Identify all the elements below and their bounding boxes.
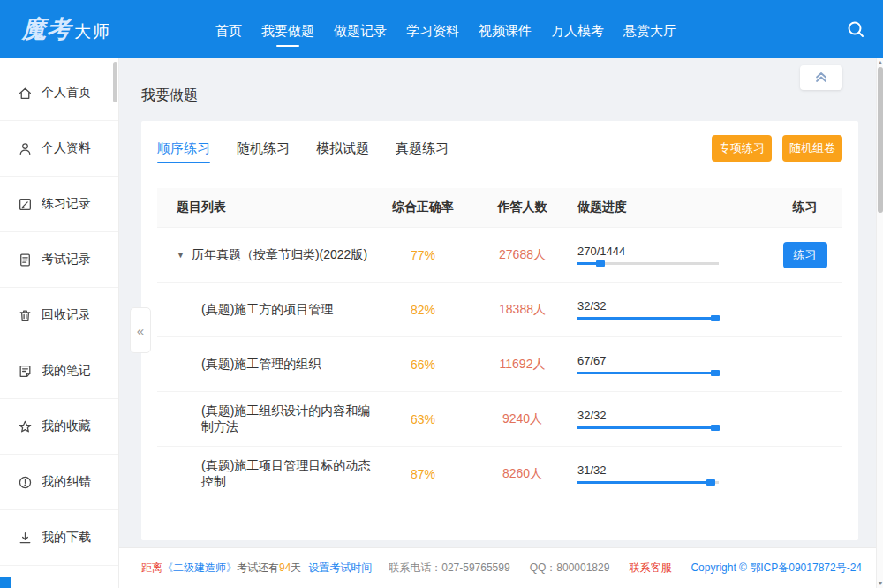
row-progress: 31/32 bbox=[577, 464, 767, 484]
sidebar-item-my-notes[interactable]: 我的笔记 bbox=[0, 343, 118, 399]
exam-name-link[interactable]: 《二级建造师》 bbox=[162, 562, 237, 574]
scroll-to-top-button[interactable] bbox=[800, 65, 842, 90]
question-table: 题目列表 综合正确率 作答人数 做题进度 练习 ▼ 历年真题（按章节归类)(20… bbox=[157, 188, 842, 540]
progress-bar bbox=[577, 372, 719, 374]
sidebar-item-label: 个人首页 bbox=[42, 85, 91, 101]
sidebar-item-exam-records[interactable]: 考试记录 bbox=[0, 232, 118, 288]
nav-item-do-questions[interactable]: 我要做题 bbox=[260, 3, 316, 57]
column-header-people: 作答人数 bbox=[467, 200, 577, 215]
table-row: (真题)施工管理的组织 66% 11692人 67/67 bbox=[157, 336, 842, 391]
sidebar-item-label: 我的纠错 bbox=[42, 474, 91, 490]
row-title: (真题)施工管理的组织 bbox=[201, 357, 321, 373]
trash-icon bbox=[18, 308, 33, 323]
sidebar-item-personal-profile[interactable]: 个人资料 bbox=[0, 121, 118, 177]
progress-bar bbox=[577, 317, 719, 320]
row-title: 历年真题（按章节归类)(2022版) bbox=[192, 247, 367, 263]
progress-bar bbox=[577, 262, 719, 265]
sidebar-item-my-downloads[interactable]: 我的下载 bbox=[0, 510, 118, 566]
home-icon bbox=[18, 86, 33, 101]
tab-real-exam-practice[interactable]: 真题练习 bbox=[396, 123, 449, 175]
main-content: « 我要做题 顺序练习 随机练习 模拟试题 真题练习 专项练习 随机组卷 bbox=[119, 58, 876, 588]
column-header-title: 题目列表 bbox=[157, 200, 379, 215]
corner-accent-square bbox=[0, 577, 11, 588]
alert-icon bbox=[18, 475, 33, 490]
sidebar-item-recycle-records[interactable]: 回收记录 bbox=[0, 288, 118, 343]
scrollbar-up-arrow[interactable]: ▲ bbox=[877, 59, 883, 66]
star-icon bbox=[18, 419, 33, 434]
random-paper-button[interactable]: 随机组卷 bbox=[782, 135, 842, 162]
nav-item-mock-exam[interactable]: 万人模考 bbox=[549, 3, 606, 57]
row-people-count: 18388人 bbox=[467, 302, 577, 318]
search-icon bbox=[846, 28, 865, 41]
special-practice-button[interactable]: 专项练习 bbox=[712, 135, 772, 162]
sidebar-collapse-handle[interactable]: « bbox=[130, 307, 151, 353]
header-action-buttons: 专项练习 随机组卷 bbox=[712, 135, 842, 162]
logo-text: 大师 bbox=[74, 20, 111, 43]
sidebar-item-my-favorites[interactable]: 我的收藏 bbox=[0, 399, 118, 455]
copyright-text: Copyright © 鄂ICP备09017872号-24 bbox=[691, 561, 862, 576]
scrollbar-down-arrow[interactable]: ▼ bbox=[877, 580, 883, 587]
practice-card: 顺序练习 随机练习 模拟试题 真题练习 专项练习 随机组卷 题目列表 综合正确率… bbox=[141, 121, 858, 540]
nav-item-video-courses[interactable]: 视频课件 bbox=[477, 3, 533, 57]
page-scrollbar: ▲ ▼ bbox=[876, 58, 883, 588]
countdown-suffix: 天 bbox=[291, 562, 301, 574]
row-title: (真题)施工组织设计的内容和编制方法 bbox=[201, 403, 379, 435]
tab-mock-test[interactable]: 模拟试题 bbox=[316, 123, 369, 175]
row-people-count: 8260人 bbox=[467, 466, 577, 482]
page-title: 我要做题 bbox=[141, 87, 858, 105]
note-icon bbox=[18, 364, 33, 379]
progress-text: 270/1444 bbox=[577, 245, 719, 258]
page-scrollbar-thumb[interactable] bbox=[878, 67, 883, 213]
progress-bar bbox=[577, 481, 719, 484]
edit-icon bbox=[18, 197, 33, 212]
sidebar: 个人首页 个人资料 练习记录 考试记录 回收记录 我的笔记 我的收藏 我的纠错 bbox=[0, 58, 119, 588]
chevron-left-double-icon: « bbox=[137, 323, 144, 338]
logo-script-text: 魔考 bbox=[22, 13, 72, 45]
nav-item-question-records[interactable]: 做题记录 bbox=[332, 3, 389, 57]
user-icon bbox=[18, 141, 33, 156]
countdown-mid: 考试还有 bbox=[237, 562, 279, 574]
nav-item-home[interactable]: 首页 bbox=[214, 3, 244, 57]
practice-button[interactable]: 练习 bbox=[783, 242, 827, 268]
nav-item-reward-hall[interactable]: 悬赏大厅 bbox=[622, 3, 678, 57]
row-title: (真题)施工方的项目管理 bbox=[201, 302, 333, 318]
footer-right: 联系电话：027-59765599 QQ：800001829 联系客服 Copy… bbox=[389, 561, 862, 576]
double-chevron-up-icon bbox=[814, 71, 828, 86]
row-people-count: 27688人 bbox=[467, 247, 577, 263]
search-button[interactable] bbox=[846, 19, 865, 39]
sidebar-item-my-corrections[interactable]: 我的纠错 bbox=[0, 455, 118, 510]
progress-text: 31/32 bbox=[577, 464, 719, 477]
column-header-practice: 练习 bbox=[767, 200, 842, 215]
progress-text: 67/67 bbox=[577, 354, 719, 367]
page-body: 个人首页 个人资料 练习记录 考试记录 回收记录 我的笔记 我的收藏 我的纠错 bbox=[0, 58, 883, 588]
sidebar-item-label: 回收记录 bbox=[42, 307, 91, 323]
contact-service-link[interactable]: 联系客服 bbox=[629, 561, 671, 576]
row-accuracy: 66% bbox=[379, 358, 467, 372]
sidebar-scrollbar-thumb[interactable] bbox=[113, 62, 117, 102]
row-accuracy: 82% bbox=[379, 303, 467, 317]
footer-bar: 距离《二级建造师》考试还有94天 设置考试时间 联系电话：027-5976559… bbox=[119, 547, 876, 588]
sidebar-item-label: 我的下载 bbox=[42, 530, 91, 546]
row-people-count: 11692人 bbox=[467, 357, 577, 373]
nav-item-study-materials[interactable]: 学习资料 bbox=[404, 3, 461, 57]
collapse-caret-icon[interactable]: ▼ bbox=[177, 251, 185, 260]
document-icon bbox=[18, 253, 33, 268]
tab-random-practice[interactable]: 随机练习 bbox=[237, 123, 290, 175]
table-header-row: 题目列表 综合正确率 作答人数 做题进度 练习 bbox=[157, 188, 842, 227]
row-accuracy: 77% bbox=[379, 248, 467, 262]
countdown-text: 距离《二级建造师》考试还有94天 bbox=[141, 561, 301, 576]
sidebar-item-practice-records[interactable]: 练习记录 bbox=[0, 177, 118, 232]
main-nav: 首页 我要做题 做题记录 学习资料 视频课件 万人模考 悬赏大厅 bbox=[214, 3, 678, 57]
sidebar-item-label: 我的收藏 bbox=[42, 418, 91, 434]
column-header-accuracy: 综合正确率 bbox=[379, 200, 467, 215]
site-logo[interactable]: 魔考 大师 bbox=[22, 13, 111, 45]
countdown-days: 94 bbox=[279, 562, 291, 574]
row-progress: 270/1444 bbox=[577, 245, 767, 265]
download-icon bbox=[18, 531, 33, 546]
progress-text: 32/32 bbox=[577, 409, 719, 422]
table-row: (真题)施工组织设计的内容和编制方法 63% 9240人 32/32 bbox=[157, 391, 842, 446]
sidebar-item-personal-home[interactable]: 个人首页 bbox=[0, 65, 118, 121]
set-exam-time-link[interactable]: 设置考试时间 bbox=[308, 561, 372, 576]
tab-sequential-practice[interactable]: 顺序练习 bbox=[157, 123, 210, 175]
sidebar-item-label: 考试记录 bbox=[42, 252, 91, 268]
